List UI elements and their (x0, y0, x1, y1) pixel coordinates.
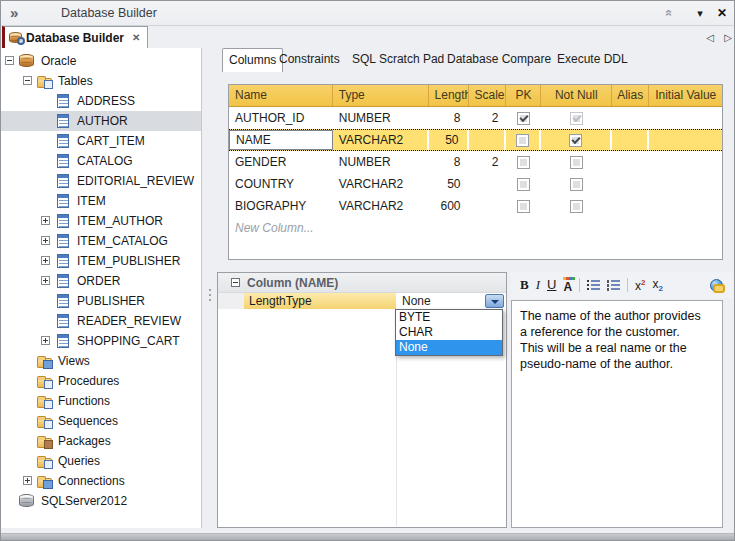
cell-type[interactable]: NUMBER (333, 107, 429, 129)
cell-alias[interactable] (612, 195, 649, 217)
expand-expander-icon[interactable] (41, 336, 50, 345)
header-initial-value[interactable]: Initial Value (649, 85, 722, 106)
cell-alias[interactable] (612, 130, 649, 150)
hyperlink-globe-button[interactable] (710, 279, 723, 292)
cell-scale[interactable]: 2 (469, 151, 507, 173)
cell-initial-value[interactable] (649, 151, 722, 173)
expand-expander-icon[interactable] (41, 236, 50, 245)
tree-item-item[interactable]: ITEM (1, 191, 201, 211)
cell-length[interactable]: 50 (429, 130, 469, 150)
tree-item-item-author[interactable]: ITEM_AUTHOR (1, 211, 201, 231)
tree-item-oracle[interactable]: Oracle (1, 51, 201, 71)
tab-columns[interactable]: Columns (222, 48, 283, 72)
column-row-name-selected[interactable]: NAME VARCHAR2 50 (229, 129, 722, 151)
tab-scroll-right-icon[interactable]: ▷ (720, 26, 735, 49)
pk-checkbox[interactable] (517, 200, 530, 213)
cell-alias[interactable] (612, 151, 649, 173)
cell-scale[interactable] (469, 173, 507, 195)
tree-item-views[interactable]: Views (1, 351, 201, 371)
numbered-list-button[interactable] (607, 279, 620, 291)
tree-item-address[interactable]: ADDRESS (1, 91, 201, 111)
tree-item-tables[interactable]: Tables (1, 71, 201, 91)
notes-text-area[interactable]: The name of the author provides a refere… (511, 300, 723, 528)
tree-item-publisher[interactable]: PUBLISHER (1, 291, 201, 311)
cell-alias[interactable] (612, 107, 649, 129)
header-type[interactable]: Type (333, 85, 429, 106)
font-color-button[interactable]: A (563, 277, 572, 294)
panel-splitter-handle[interactable] (208, 288, 212, 304)
cell-length[interactable]: 50 (429, 173, 469, 195)
header-pk[interactable]: PK (506, 85, 541, 106)
not-null-checkbox[interactable] (570, 156, 583, 169)
collapse-panel-button[interactable]: » (655, 1, 681, 25)
bold-button[interactable]: B (520, 278, 529, 292)
not-null-checkbox[interactable] (570, 200, 583, 213)
tab-database-compare[interactable]: Database Compare (447, 48, 551, 71)
tree-item-queries[interactable]: Queries (1, 451, 201, 471)
tree-item-editorial-review[interactable]: EDITORIAL_REVIEW (1, 171, 201, 191)
header-alias[interactable]: Alias (612, 85, 649, 106)
tree-item-cart-item[interactable]: CART_ITEM (1, 131, 201, 151)
expand-expander-icon[interactable] (41, 256, 50, 265)
cell-initial-value[interactable] (649, 195, 722, 217)
column-row-gender[interactable]: GENDER NUMBER 8 2 (229, 151, 722, 173)
cell-scale[interactable] (469, 130, 507, 150)
cell-initial-value[interactable] (649, 173, 722, 195)
tab-close-icon[interactable]: ✕ (132, 32, 140, 43)
cell-type[interactable]: NUMBER (333, 151, 429, 173)
cell-length[interactable]: 600 (429, 195, 469, 217)
tree-item-procedures[interactable]: Procedures (1, 371, 201, 391)
cell-type[interactable]: VARCHAR2 (333, 195, 429, 217)
cell-initial-value[interactable] (649, 130, 722, 150)
pk-checkbox[interactable] (517, 112, 530, 125)
tab-constraints[interactable]: Constraints (279, 48, 340, 71)
cell-name[interactable]: BIOGRAPHY (229, 195, 333, 217)
tree-item-catalog[interactable]: CATALOG (1, 151, 201, 171)
dropdown-option-none[interactable]: None (396, 340, 502, 355)
dropdown-option-byte[interactable]: BYTE (396, 310, 502, 325)
not-null-checkbox[interactable] (569, 134, 582, 147)
cell-type[interactable]: VARCHAR2 (333, 130, 429, 150)
header-not-null[interactable]: Not Null (541, 85, 612, 106)
tab-sql-scratch-pad[interactable]: SQL Scratch Pad (352, 48, 444, 71)
window-menu-button[interactable]: ▾ (690, 1, 710, 25)
expand-expander-icon[interactable] (23, 476, 32, 485)
column-row-author-id[interactable]: AUTHOR_ID NUMBER 8 2 (229, 107, 722, 129)
tree-item-shopping-cart[interactable]: SHOPPING_CART (1, 331, 201, 351)
expand-expander-icon[interactable] (41, 216, 50, 225)
tree-item-connections[interactable]: Connections (1, 471, 201, 491)
header-name[interactable]: Name (229, 85, 333, 106)
property-label[interactable]: LengthType (244, 293, 396, 309)
tree-item-packages[interactable]: Packages (1, 431, 201, 451)
collapse-expander-icon[interactable] (23, 76, 32, 85)
not-null-checkbox[interactable] (570, 178, 583, 191)
column-row-biography[interactable]: BIOGRAPHY VARCHAR2 600 (229, 195, 722, 217)
dropdown-option-char[interactable]: CHAR (396, 325, 502, 340)
tab-scroll-left-icon[interactable]: ◁ (702, 26, 718, 49)
tree-item-reader-review[interactable]: READER_REVIEW (1, 311, 201, 331)
tree-item-author[interactable]: AUTHOR (1, 111, 201, 131)
collapse-expander-icon[interactable] (5, 56, 14, 65)
expand-expander-icon[interactable] (41, 276, 50, 285)
header-scale[interactable]: Scale (469, 85, 507, 106)
bullet-list-button[interactable] (587, 279, 600, 291)
tree-item-item-catalog[interactable]: ITEM_CATALOG (1, 231, 201, 251)
cell-scale[interactable]: 2 (469, 107, 507, 129)
superscript-button[interactable]: x2 (635, 278, 645, 293)
new-column-row[interactable]: New Column... (229, 217, 722, 239)
pk-checkbox[interactable] (517, 178, 530, 191)
window-close-button[interactable]: ✕ (712, 1, 732, 25)
document-tab-database-builder[interactable]: Database Builder ✕ (2, 26, 148, 49)
cell-alias[interactable] (612, 173, 649, 195)
overflow-chevrons-icon[interactable]: » (10, 1, 18, 25)
tree-item-item-publisher[interactable]: ITEM_PUBLISHER (1, 251, 201, 271)
cell-name[interactable]: AUTHOR_ID (229, 107, 333, 129)
tree-item-sequences[interactable]: Sequences (1, 411, 201, 431)
cell-name[interactable]: COUNTRY (229, 173, 333, 195)
tree-item-sqlserver2012[interactable]: SQLServer2012 (1, 491, 201, 511)
cell-scale[interactable] (469, 195, 507, 217)
column-row-country[interactable]: COUNTRY VARCHAR2 50 (229, 173, 722, 195)
new-column-label[interactable]: New Column... (229, 217, 320, 239)
cell-length[interactable]: 8 (429, 107, 469, 129)
property-group-header[interactable]: Column (NAME) (218, 273, 506, 293)
